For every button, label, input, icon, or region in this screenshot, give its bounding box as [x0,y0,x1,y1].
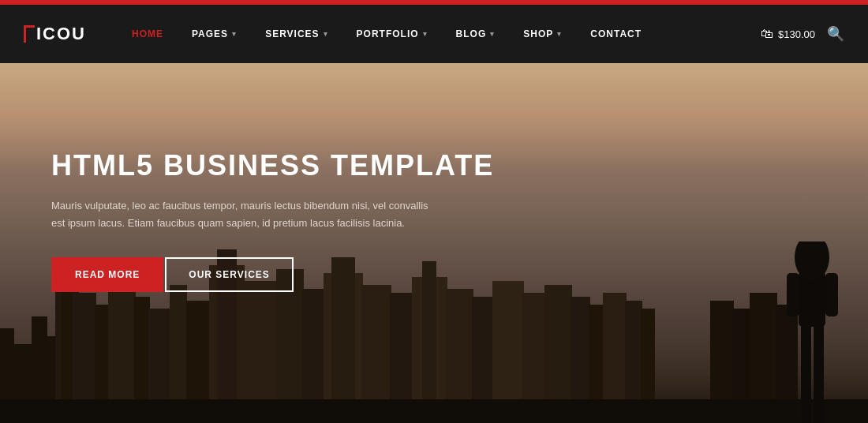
nav-item-contact[interactable]: CONTACT [576,5,656,63]
nav-item-portfolio[interactable]: PORTFOLIO ▾ [342,5,442,63]
hero-content: HTML5 BUSINESS TEMPLATE Mauris vulputate… [0,63,868,292]
nav-item-home[interactable]: HOME [118,5,178,63]
nav-item-pages[interactable]: PAGES ▾ [178,5,251,63]
search-icon[interactable]: 🔍 [827,25,844,43]
nav-item-services[interactable]: SERVICES ▾ [251,5,342,63]
chevron-down-icon: ▾ [232,30,237,38]
cart-amount: $130.00 [778,28,815,40]
logo-bracket-icon [24,25,35,43]
our-services-button[interactable]: OUR SERVICES [165,257,293,292]
hero-section: HTML5 BUSINESS TEMPLATE Mauris vulputate… [0,63,868,423]
svg-rect-44 [814,324,824,423]
nav-right: 🛍 $130.00 🔍 [761,25,844,43]
chevron-down-icon: ▾ [423,30,428,38]
hero-description: Mauris vulputate, leo ac faucibus tempor… [51,197,438,232]
read-more-button[interactable]: READ MORE [51,257,163,292]
cart-icon: 🛍 [761,27,773,41]
logo-text: ICOU [36,24,86,44]
chevron-down-icon: ▾ [324,30,328,38]
hero-title: HTML5 BUSINESS TEMPLATE [51,150,868,182]
chevron-down-icon: ▾ [490,30,495,38]
nav-menu: HOME PAGES ▾ SERVICES ▾ PORTFOLIO ▾ BLOG… [118,5,761,63]
nav-item-blog[interactable]: BLOG ▾ [442,5,510,63]
navbar: ICOU HOME PAGES ▾ SERVICES ▾ PORTFOLIO ▾… [0,5,868,63]
hero-buttons: READ MORE OUR SERVICES [51,257,868,292]
chevron-down-icon: ▾ [557,30,562,38]
logo[interactable]: ICOU [24,24,86,44]
svg-rect-39 [0,399,868,423]
svg-rect-43 [801,324,811,423]
nav-item-shop[interactable]: SHOP ▾ [509,5,576,63]
cart-button[interactable]: 🛍 $130.00 [761,27,815,41]
